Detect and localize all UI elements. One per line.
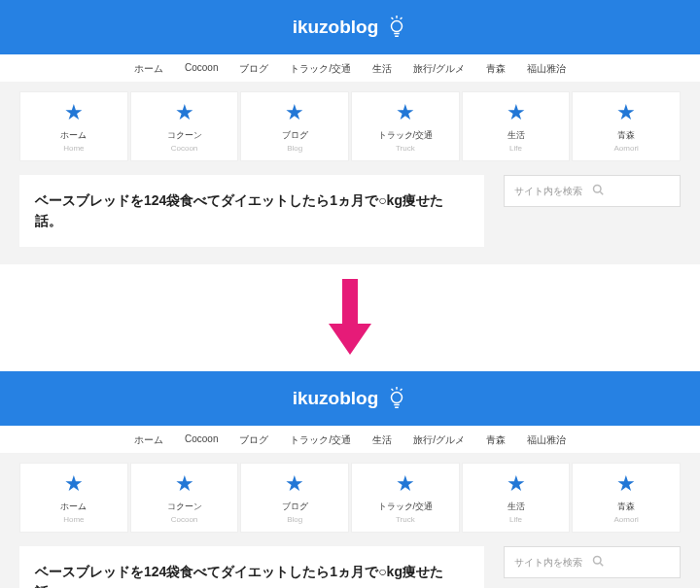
content-row: ベースブレッドを124袋食べてダイエットしたら1ヵ月で○kg痩せた話。 サイト内… [0, 175, 700, 247]
hero-banner: ikuzoblog [0, 0, 700, 54]
star-icon: ★ [356, 102, 455, 123]
svg-line-2 [401, 17, 402, 19]
card-label-jp: 生活 [467, 501, 566, 513]
star-icon: ★ [245, 102, 344, 123]
card-label-jp: 青森 [577, 129, 676, 142]
search-icon [592, 555, 670, 570]
card-label-jp: 生活 [467, 129, 566, 142]
category-card[interactable]: ★生活Life [462, 463, 571, 533]
svg-point-11 [392, 393, 402, 403]
search-placeholder: サイト内を検索 [514, 556, 592, 570]
svg-marker-7 [329, 324, 371, 355]
card-label-jp: トラック/交通 [356, 501, 455, 513]
svg-point-12 [594, 557, 602, 565]
category-card[interactable]: ★ブログBlog [240, 91, 349, 161]
bottom-state: ikuzoblog ホーム Cocoon ブログ トラック/交通 生活 旅行/グ… [0, 371, 700, 588]
svg-line-1 [392, 17, 394, 19]
star-icon: ★ [356, 473, 455, 495]
svg-line-9 [392, 389, 394, 391]
search-placeholder: サイト内を検索 [514, 185, 592, 198]
category-cards: ★ホームHome ★コクーンCocoon ★ブログBlog ★トラック/交通Tr… [0, 453, 700, 546]
article-title[interactable]: ベースブレッドを124袋食べてダイエットしたら1ヵ月で○kg痩せた話。 [19, 175, 484, 247]
card-label-en: Blog [245, 144, 344, 153]
main-nav: ホーム Cocoon ブログ トラック/交通 生活 旅行/グルメ 青森 福山雅治 [0, 54, 700, 82]
star-icon: ★ [467, 102, 566, 123]
star-icon: ★ [24, 102, 123, 123]
card-label-en: Home [24, 144, 123, 153]
category-card[interactable]: ★ホームHome [19, 91, 128, 161]
card-label-jp: コクーン [135, 129, 234, 142]
card-label-en: Life [467, 144, 566, 153]
svg-point-4 [594, 186, 602, 193]
nav-item[interactable]: Cocoon [185, 433, 218, 447]
sidebar: サイト内を検索 [504, 175, 681, 247]
card-label-en: Truck [356, 144, 455, 153]
category-card[interactable]: ★ブログBlog [240, 463, 349, 533]
card-label-jp: ブログ [245, 129, 344, 142]
svg-line-10 [401, 389, 402, 391]
card-label-jp: ホーム [24, 129, 123, 142]
nav-item[interactable]: トラック/交通 [290, 62, 351, 76]
search-box[interactable]: サイト内を検索 [504, 175, 681, 207]
card-label-en: Aomori [577, 144, 676, 153]
svg-rect-6 [342, 279, 358, 326]
nav-item[interactable]: 生活 [372, 433, 392, 447]
star-icon: ★ [577, 102, 676, 123]
card-label-en: Blog [245, 515, 344, 524]
category-card[interactable]: ★青森Aomori [572, 91, 681, 161]
star-icon: ★ [577, 473, 676, 495]
svg-point-3 [392, 21, 402, 32]
content-row: ベースブレッドを124袋食べてダイエットしたら1ヵ月で○kg痩せた話。 サイト内… [0, 546, 700, 588]
star-icon: ★ [135, 102, 234, 123]
search-box[interactable]: サイト内を検索 [504, 546, 681, 578]
category-card[interactable]: ★青森Aomori [572, 463, 681, 533]
card-label-en: Cocoon [135, 515, 234, 524]
star-icon: ★ [467, 473, 566, 495]
nav-item[interactable]: 旅行/グルメ [413, 62, 465, 76]
card-label-en: Cocoon [135, 144, 234, 153]
nav-item[interactable]: ホーム [134, 433, 163, 447]
card-label-jp: コクーン [135, 501, 234, 513]
lightbulb-icon [386, 16, 407, 39]
svg-line-5 [600, 191, 603, 194]
card-label-en: Life [467, 515, 566, 524]
card-label-en: Truck [356, 515, 455, 524]
nav-item[interactable]: Cocoon [185, 62, 218, 76]
card-label-jp: ブログ [245, 501, 344, 513]
nav-item[interactable]: 生活 [372, 62, 392, 76]
nav-item[interactable]: 青森 [486, 62, 506, 76]
category-card[interactable]: ★ホームHome [19, 463, 128, 533]
category-card[interactable]: ★コクーンCocoon [130, 91, 239, 161]
svg-line-13 [600, 563, 603, 566]
card-label-jp: 青森 [577, 501, 676, 513]
card-label-en: Home [24, 515, 123, 524]
card-label-jp: トラック/交通 [356, 129, 455, 142]
star-icon: ★ [24, 473, 123, 495]
nav-item[interactable]: ブログ [239, 433, 268, 447]
nav-item[interactable]: トラック/交通 [290, 433, 351, 447]
star-icon: ★ [245, 473, 344, 495]
category-card[interactable]: ★コクーンCocoon [130, 463, 239, 533]
category-card[interactable]: ★トラック/交通Truck [351, 463, 460, 533]
nav-item[interactable]: ブログ [239, 62, 268, 76]
star-icon: ★ [135, 473, 234, 495]
sidebar: サイト内を検索 [504, 546, 681, 588]
nav-item[interactable]: 福山雅治 [527, 62, 566, 76]
card-label-jp: ホーム [24, 501, 123, 513]
hero-banner: ikuzoblog [0, 371, 700, 426]
top-state: ikuzoblog ホーム Cocoon ブログ トラック/交通 生活 旅行/グ… [0, 0, 700, 264]
lightbulb-icon [386, 387, 407, 410]
transition-arrow [0, 264, 700, 371]
card-label-en: Aomori [577, 515, 676, 524]
category-card[interactable]: ★生活Life [462, 91, 571, 161]
site-title: ikuzoblog [293, 17, 379, 38]
main-nav: ホーム Cocoon ブログ トラック/交通 生活 旅行/グルメ 青森 福山雅治 [0, 426, 700, 453]
category-cards: ★ホームHome ★コクーンCocoon ★ブログBlog ★トラック/交通Tr… [0, 82, 700, 175]
nav-item[interactable]: ホーム [134, 62, 163, 76]
category-card[interactable]: ★トラック/交通Truck [351, 91, 460, 161]
nav-item[interactable]: 福山雅治 [527, 433, 566, 447]
nav-item[interactable]: 旅行/グルメ [413, 433, 465, 447]
article-title[interactable]: ベースブレッドを124袋食べてダイエットしたら1ヵ月で○kg痩せた話。 [19, 546, 484, 588]
search-icon [592, 184, 670, 198]
nav-item[interactable]: 青森 [486, 433, 506, 447]
